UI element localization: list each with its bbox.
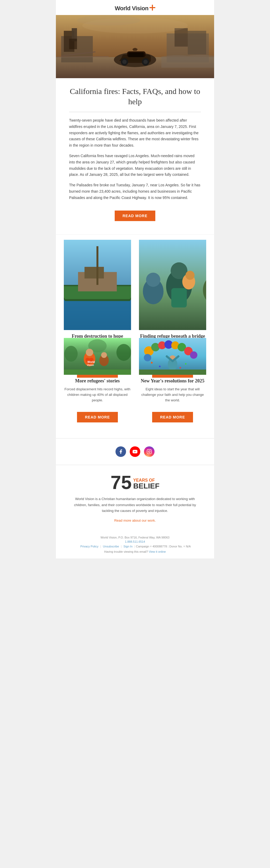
divider	[69, 112, 201, 112]
svg-text:Vision: Vision	[87, 364, 94, 366]
card-read-more-newyear[interactable]: READ MORE	[152, 412, 193, 423]
unsubscribe-link[interactable]: Unsubscribe	[103, 545, 119, 548]
org-read-more-link[interactable]: Read more about our work.	[114, 519, 156, 522]
years-number: 75	[110, 473, 132, 492]
cards-row-1: From destruction to hope The 2004 Indian…	[56, 234, 214, 335]
instagram-icon[interactable]	[144, 446, 155, 457]
card-desc-refugees: Forced displacement hits record highs, w…	[64, 386, 131, 403]
main-article: California fires: Facts, FAQs, and how t…	[56, 78, 214, 234]
footer-links: Privacy Policy | Unsubscribe | Sign In |…	[64, 545, 206, 548]
card-image-newyear	[139, 338, 206, 375]
svg-point-13	[122, 60, 127, 64]
svg-point-41	[186, 271, 195, 280]
facebook-icon[interactable]	[115, 446, 126, 457]
card-refuge-bridge: Finding refuge beneath a bridge World Vi…	[139, 240, 206, 330]
svg-rect-45	[171, 288, 187, 307]
svg-marker-0	[150, 5, 155, 10]
svg-point-69	[144, 354, 151, 361]
footer-address: World Vision, P.O. Box 9716, Federal Way…	[64, 536, 206, 539]
footer-trouble: Having trouble viewing this email? View …	[64, 550, 206, 553]
header: World Vision	[56, 0, 214, 15]
svg-point-54	[86, 349, 93, 356]
card-desc-newyear: Eight ideas to start the year that will …	[139, 386, 206, 403]
article-paragraph-1: Twenty-seven people have died and thousa…	[69, 117, 201, 149]
belief-label: BELIEF	[133, 483, 160, 490]
main-title: California fires: Facts, FAQs, and how t…	[69, 86, 201, 106]
org-description: World Vision is a Christian humanitarian…	[69, 496, 201, 514]
card-title-refugees: More refugees' stories	[64, 378, 131, 384]
footer-campaign: Campaign = 400088778	[136, 545, 167, 548]
svg-point-37	[146, 273, 160, 287]
article-paragraph-3: The Palisades fire broke out Tuesday, Ja…	[69, 182, 201, 201]
svg-rect-23	[64, 298, 131, 330]
article-paragraph-2: Seven California fires have ravaged Los …	[69, 153, 201, 178]
logo-cross-icon	[150, 5, 155, 12]
svg-point-58	[101, 352, 107, 358]
footer-donor: Donor No. = N/A	[169, 545, 191, 548]
privacy-link[interactable]: Privacy Policy	[80, 545, 98, 548]
svg-rect-6	[69, 39, 77, 49]
logo: World Vision	[115, 5, 155, 12]
footer-phone[interactable]: 1.888.511.6514	[64, 540, 206, 543]
svg-point-68	[190, 351, 197, 359]
svg-point-82	[150, 450, 151, 451]
svg-rect-59	[64, 370, 131, 375]
sign-in-link[interactable]: Sign In	[124, 545, 132, 548]
card-title-newyear: New Year's resolutions for 2025	[139, 378, 206, 384]
view-online-link[interactable]: View it online	[149, 550, 166, 553]
svg-rect-16	[128, 52, 144, 57]
card-read-more-refugees[interactable]: READ MORE	[77, 412, 118, 423]
email-footer: World Vision, P.O. Box 9716, Federal Way…	[56, 531, 214, 558]
card-refugees-stories: World Vision More refugees' stories Forc…	[64, 338, 131, 428]
svg-point-15	[143, 60, 148, 64]
card-image-chad	[139, 240, 206, 330]
logo-text: World Vision	[115, 5, 148, 12]
svg-rect-80	[147, 450, 152, 454]
svg-rect-74	[139, 370, 206, 375]
svg-point-81	[148, 451, 150, 453]
years-badge: 75 YEARS OF BELIEF	[69, 473, 201, 492]
svg-text:World: World	[87, 361, 95, 364]
card-new-year: New Year's resolutions for 2025 Eight id…	[139, 338, 206, 428]
card-image-refugees: World Vision	[64, 338, 131, 375]
svg-point-21	[77, 15, 140, 26]
social-section	[56, 438, 214, 465]
youtube-icon[interactable]	[130, 446, 140, 457]
card-image-boat	[64, 240, 131, 330]
main-read-more-button[interactable]: READ MORE	[115, 211, 156, 221]
svg-rect-19	[188, 31, 206, 55]
hero-image	[56, 15, 214, 78]
svg-point-51	[116, 344, 131, 361]
svg-rect-25	[84, 267, 104, 278]
org-footer: 75 YEARS OF BELIEF World Vision is a Chr…	[56, 465, 214, 530]
cards-row-2: World Vision More refugees' stories Forc…	[56, 335, 214, 433]
svg-rect-18	[174, 28, 188, 46]
svg-point-50	[64, 346, 78, 362]
card-destruction-hope: From destruction to hope The 2004 Indian…	[64, 240, 131, 330]
